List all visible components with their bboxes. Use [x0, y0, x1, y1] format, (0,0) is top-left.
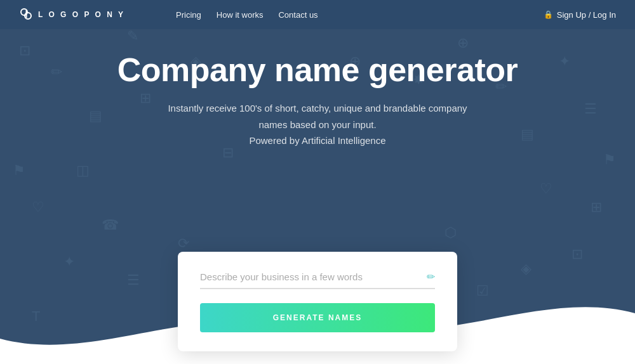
hero-title: Company name generator [117, 51, 518, 89]
bg-icon: ⚑ [603, 153, 616, 167]
search-input[interactable] [200, 271, 427, 282]
bg-icon: ☎ [102, 218, 119, 232]
auth-label: Sign Up / Log In [557, 10, 616, 20]
bg-icon: ⊞ [591, 200, 602, 214]
nav-item-how-it-works[interactable]: How it works [217, 10, 264, 20]
header: L O G O P O N Y Pricing How it works Con… [0, 0, 635, 29]
pencil-icon: ✏ [427, 271, 435, 283]
bg-icon: ◫ [76, 164, 90, 178]
hero-section: ⊡✏♡✦▤⚑☎✎⊞☰◈⟳⊟✿⊕✏♡⊡▤☑✦⊞☰◈⚑TT✎⊕◫⬡✸⊗ Compan… [0, 0, 635, 364]
generate-names-button[interactable]: GENERATE NAMES [200, 303, 435, 332]
nav-item-pricing[interactable]: Pricing [176, 10, 201, 20]
nav-item-contact[interactable]: Contact us [278, 10, 318, 20]
logo-icon [19, 7, 33, 23]
logo-area: L O G O P O N Y [19, 7, 125, 23]
lock-icon: 🔒 [544, 10, 553, 19]
auth-area[interactable]: 🔒 Sign Up / Log In [544, 10, 616, 20]
bg-icon: ⊕ [457, 36, 469, 50]
main-nav: Pricing How it works Contact us [176, 10, 318, 20]
input-row: ✏ [200, 271, 435, 289]
bg-icon: ♡ [540, 182, 552, 196]
bg-icon: ✎ [127, 29, 138, 43]
search-card: ✏ GENERATE NAMES [178, 252, 457, 351]
hero-subtitle: Instantly receive 100's of short, catchy… [152, 100, 483, 149]
bg-icon: ⚑ [13, 164, 25, 178]
logo-text: L O G O P O N Y [38, 10, 125, 19]
bg-icon: ♡ [32, 200, 44, 214]
hero-content: Company name generator Instantly receive… [0, 51, 635, 149]
